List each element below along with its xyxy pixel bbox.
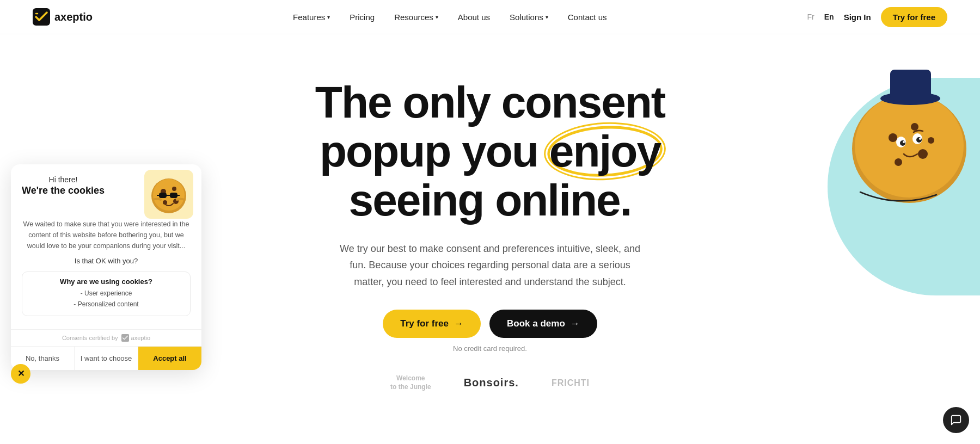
nav-try-free-button[interactable]: Try for free	[881, 7, 947, 27]
svg-rect-15	[890, 70, 931, 101]
hero-section: The only consent popup you enjoy seeing …	[0, 34, 980, 424]
nav-contact[interactable]: Contact us	[568, 13, 607, 22]
hero-title-line3: seeing online.	[349, 175, 632, 225]
svg-point-13	[919, 138, 921, 140]
popup-accept-all-button[interactable]: Accept all	[138, 347, 201, 370]
cookie-consent-popup: Hi there! We're the cookies	[11, 164, 201, 370]
signin-link[interactable]: Sign In	[844, 13, 871, 22]
hero-title-line2: popup you	[320, 126, 538, 176]
nav-resources[interactable]: Resources ▾	[394, 13, 438, 22]
hero-title-line1: The only consent	[315, 77, 665, 127]
chat-button[interactable]	[943, 407, 969, 433]
hero-enjoy-word: enjoy	[549, 126, 660, 176]
resources-chevron-icon: ▾	[436, 14, 438, 20]
svg-point-12	[903, 141, 905, 143]
hero-enjoy-wrapper: enjoy	[549, 127, 660, 176]
popup-certified-text: Consents certified by	[62, 335, 118, 341]
popup-cookie-image	[144, 170, 193, 219]
try-free-arrow-icon: →	[454, 318, 463, 329]
nav-features[interactable]: Features ▾	[293, 13, 330, 22]
lang-en[interactable]: En	[824, 13, 834, 21]
popup-close-x-button[interactable]: ✕	[11, 364, 30, 384]
svg-point-21	[172, 187, 176, 191]
solutions-chevron-icon: ▾	[546, 14, 548, 20]
svg-point-4	[911, 123, 918, 131]
brand-logo[interactable]: axeptio	[33, 8, 93, 26]
hero-title: The only consent popup you enjoy seeing …	[315, 78, 665, 225]
popup-text-block: Hi there! We're the cookies	[22, 175, 105, 196]
nav-about[interactable]: About us	[458, 13, 490, 22]
popup-greeting: Hi there!	[22, 175, 105, 184]
hero-subtitle: We try our best to make consent and pref…	[338, 240, 642, 291]
nav-center: Features ▾ Pricing Resources ▾ About us …	[293, 13, 607, 22]
popup-certified-logo: axeptio	[121, 334, 150, 342]
svg-point-11	[916, 137, 922, 143]
popup-choose-button[interactable]: I want to choose	[75, 347, 138, 370]
svg-rect-25	[170, 193, 177, 198]
features-chevron-icon: ▾	[327, 14, 330, 20]
no-credit-text: No credit card required.	[453, 344, 527, 353]
navbar: axeptio Features ▾ Pricing Resources ▾ A…	[0, 0, 980, 34]
book-demo-arrow-icon: →	[571, 318, 580, 329]
svg-point-5	[918, 149, 928, 159]
popup-footer: Consents certified by axeptio	[11, 329, 201, 346]
cookie-character-decoration	[828, 61, 969, 214]
brand-name: axeptio	[54, 11, 93, 23]
svg-point-3	[889, 133, 897, 142]
brand-wtj: Welcometo the Jungle	[390, 374, 431, 391]
nav-pricing[interactable]: Pricing	[350, 13, 375, 22]
svg-point-10	[900, 140, 905, 146]
hero-try-free-button[interactable]: Try for free →	[383, 310, 481, 338]
popup-why-item1: - User experience	[30, 288, 182, 299]
hero-book-demo-button[interactable]: Book a demo →	[489, 310, 597, 338]
brand-bonsoirs: Bonsoirs.	[464, 377, 519, 389]
popup-actions: No, thanks I want to choose Accept all	[11, 346, 201, 370]
svg-point-7	[928, 137, 934, 144]
popup-description: We waited to make sure that you were int…	[22, 219, 191, 251]
popup-why-title: Why are we using cookies?	[30, 278, 182, 286]
nav-right: Fr En Sign In Try for free	[807, 7, 947, 27]
svg-point-2	[855, 94, 964, 198]
lang-fr[interactable]: Fr	[807, 13, 814, 21]
nav-solutions[interactable]: Solutions ▾	[510, 13, 548, 22]
popup-why-box: Why are we using cookies? - User experie…	[22, 272, 191, 316]
hero-buttons: Try for free → Book a demo →	[383, 310, 597, 338]
popup-why-item2: - Personalized content	[30, 299, 182, 310]
popup-body: We waited to make sure that you were int…	[11, 219, 201, 329]
popup-header: Hi there! We're the cookies	[11, 164, 201, 219]
svg-rect-24	[159, 193, 167, 198]
svg-point-6	[895, 158, 902, 166]
brand-frichti: FRICHTI	[552, 378, 590, 388]
popup-title: We're the cookies	[22, 185, 105, 196]
brand-logos: Welcometo the Jungle Bonsoirs. FRICHTI	[390, 363, 590, 402]
popup-question: Is that OK with you?	[22, 257, 191, 265]
